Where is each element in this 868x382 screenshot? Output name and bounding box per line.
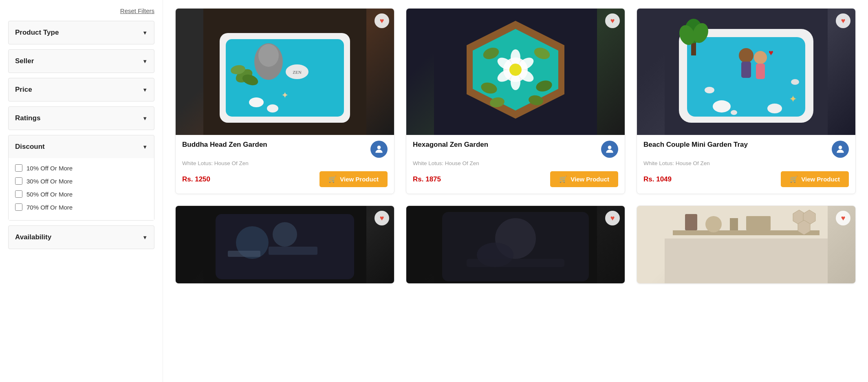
seller-avatar-p2 (601, 141, 618, 158)
product-info-p3: Beach Couple Mini Garden Tray White Lotu… (637, 135, 855, 194)
wishlist-button-p3[interactable]: ♥ (836, 13, 850, 28)
reset-filters-button[interactable]: Reset Filters (8, 4, 154, 21)
svg-text:✦: ✦ (281, 90, 289, 100)
filter-price-arrow: ▼ (142, 87, 148, 93)
discount-options-container: 10% Off Or More 30% Off Or More 50% Off … (9, 158, 154, 220)
heart-icon-p6: ♥ (841, 214, 846, 223)
heart-icon-p1: ♥ (380, 17, 384, 25)
svg-point-48 (705, 87, 714, 93)
view-product-label-p2: View Product (571, 176, 609, 183)
svg-rect-68 (730, 218, 738, 230)
wishlist-button-p1[interactable]: ♥ (375, 13, 389, 28)
seller-name-p1: White Lotus: House Of Zen (182, 160, 388, 166)
product-title-row-p1: Buddha Head Zen Garden (182, 141, 388, 158)
filter-price: Price ▼ (8, 78, 154, 102)
svg-rect-64 (665, 238, 828, 283)
product-image-wrapper-p2: ♥ (406, 9, 625, 135)
svg-point-55 (273, 222, 297, 247)
product-bottom-p1: Rs. 1250 🛒 View Product (182, 171, 388, 187)
discount-checkbox-70[interactable] (15, 203, 22, 211)
product-info-p1: Buddha Head Zen Garden White Lotus: Hous… (176, 135, 394, 194)
product-image-p2 (406, 9, 625, 135)
wishlist-button-p4[interactable]: ♥ (375, 211, 389, 225)
filter-ratings-header[interactable]: Ratings ▼ (9, 107, 154, 130)
svg-point-42 (754, 51, 767, 64)
product-image-wrapper-p3: ♥ ✦ (637, 9, 855, 135)
filter-ratings: Ratings ▼ (8, 106, 154, 130)
filter-availability-header[interactable]: Availability ▼ (9, 226, 154, 249)
view-product-button-p3[interactable]: 🛒 View Product (781, 171, 849, 187)
cart-icon-p2: 🛒 (559, 175, 567, 183)
svg-point-14 (377, 146, 381, 149)
product-price-p2: Rs. 1875 (413, 175, 441, 183)
svg-rect-43 (756, 64, 765, 79)
wishlist-button-p2[interactable]: ♥ (605, 13, 620, 28)
svg-point-40 (739, 48, 753, 63)
product-area: ZEN ✦ ♥ (163, 0, 868, 382)
svg-point-49 (791, 79, 799, 85)
product-image-p4 (176, 206, 394, 283)
svg-point-25 (509, 64, 522, 76)
svg-point-50 (731, 110, 737, 115)
svg-point-46 (713, 100, 731, 113)
user-icon-p2 (604, 144, 615, 155)
svg-point-22 (511, 74, 520, 90)
filter-discount: Discount ▼ 10% Off Or More 30% Off Or Mo… (8, 135, 154, 221)
svg-point-9 (249, 97, 264, 107)
filter-discount-header[interactable]: Discount ▼ (9, 135, 154, 158)
svg-text:✦: ✦ (789, 93, 797, 104)
filter-seller-arrow: ▼ (142, 58, 148, 64)
product-title-p2: Hexagonal Zen Garden (413, 141, 598, 149)
product-card-p1: ZEN ✦ ♥ (175, 8, 394, 194)
view-product-label-p1: View Product (340, 176, 379, 183)
view-product-button-p2[interactable]: 🛒 View Product (550, 171, 618, 187)
product-card-p6: ♥ (637, 205, 856, 284)
svg-point-10 (267, 104, 278, 113)
filter-availability: Availability ▼ (8, 225, 154, 249)
view-product-label-p3: View Product (801, 176, 840, 183)
product-card-p2: ♥ Hexagonal Zen Garden White Lotus: H (406, 8, 625, 194)
product-image-wrapper-p5: ♥ (406, 206, 625, 283)
view-product-button-p1[interactable]: 🛒 View Product (319, 171, 388, 187)
discount-option-30[interactable]: 30% Off Or More (15, 174, 148, 188)
filter-seller-header[interactable]: Seller ▼ (9, 50, 154, 73)
discount-checkbox-50[interactable] (15, 190, 22, 198)
discount-option-70[interactable]: 70% Off Or More (15, 201, 148, 214)
seller-avatar-p3 (832, 141, 849, 158)
discount-label-30: 30% Off Or More (26, 178, 73, 185)
wishlist-button-p6[interactable]: ♥ (836, 211, 850, 225)
discount-option-50[interactable]: 50% Off Or More (15, 188, 148, 201)
svg-point-67 (705, 216, 722, 232)
discount-label-10: 10% Off Or More (26, 165, 73, 172)
product-image-p3: ♥ ✦ (637, 9, 855, 135)
svg-rect-69 (746, 216, 771, 230)
product-bottom-p2: Rs. 1875 🛒 View Product (413, 171, 618, 187)
product-title-p1: Buddha Head Zen Garden (182, 141, 367, 149)
product-title-row-p2: Hexagonal Zen Garden (413, 141, 618, 158)
discount-checkbox-10[interactable] (15, 164, 22, 172)
product-image-p6 (637, 206, 855, 283)
product-image-p1: ZEN ✦ (176, 9, 394, 135)
product-grid: ZEN ✦ ♥ (175, 8, 856, 284)
svg-point-51 (839, 146, 842, 149)
product-image-wrapper-p4: ♥ (176, 206, 394, 283)
filter-product-type-label: Product Type (15, 29, 59, 37)
svg-rect-57 (269, 247, 317, 255)
wishlist-button-p5[interactable]: ♥ (605, 211, 620, 225)
svg-point-4 (258, 44, 279, 67)
product-price-p3: Rs. 1049 (643, 175, 672, 183)
product-title-p3: Beach Couple Mini Garden Tray (643, 141, 828, 149)
filter-price-header[interactable]: Price ▼ (9, 78, 154, 101)
discount-checkbox-30[interactable] (15, 177, 22, 185)
discount-option-10[interactable]: 10% Off Or More (15, 161, 148, 174)
filter-product-type-header[interactable]: Product Type ▼ (9, 21, 154, 44)
filter-availability-arrow: ▼ (142, 234, 148, 241)
product-image-wrapper-p1: ZEN ✦ ♥ (176, 9, 394, 135)
filter-discount-label: Discount (15, 143, 45, 151)
product-card-p5: ♥ (406, 205, 625, 284)
svg-point-19 (511, 49, 520, 66)
user-icon-p1 (374, 144, 384, 155)
product-image-p5 (406, 206, 625, 283)
filter-seller-label: Seller (15, 57, 34, 65)
product-title-row-p3: Beach Couple Mini Garden Tray (643, 141, 849, 158)
